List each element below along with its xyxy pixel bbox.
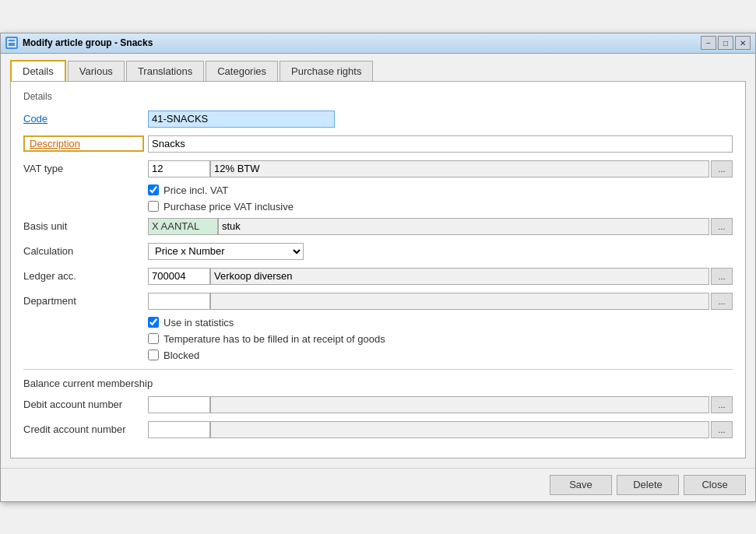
code-row: Code xyxy=(23,110,733,128)
use-in-statistics-row: Use in statistics xyxy=(23,317,733,328)
ledger-code-input[interactable] xyxy=(148,268,210,285)
tab-bar: Details Various Translations Categories … xyxy=(10,60,746,81)
main-window: Modify article group - Snacks − □ ✕ Deta… xyxy=(0,33,756,502)
window-title: Modify article group - Snacks xyxy=(23,37,696,48)
department-fields: ... xyxy=(148,293,733,310)
basis-unit-fields: ... xyxy=(148,218,733,235)
department-browse-button[interactable]: ... xyxy=(711,293,733,310)
code-label[interactable]: Code xyxy=(23,113,148,125)
temperature-checkbox[interactable] xyxy=(148,333,159,344)
basis-unit-code-input[interactable] xyxy=(148,218,218,235)
credit-account-row: Credit account number ... xyxy=(23,420,733,439)
ledger-acc-row: Ledger acc. ... xyxy=(23,267,733,286)
basis-unit-row: Basis unit ... xyxy=(23,217,733,236)
section-divider xyxy=(23,369,733,370)
blocked-checkbox[interactable] xyxy=(148,350,159,360)
temperature-label: Temperature has to be filled in at recei… xyxy=(164,333,385,345)
department-name-input[interactable] xyxy=(210,293,709,310)
price-incl-vat-checkbox[interactable] xyxy=(148,184,159,195)
footer: Save Delete Close xyxy=(1,468,755,501)
window-controls: − □ ✕ xyxy=(701,36,751,50)
close-window-button[interactable]: ✕ xyxy=(735,36,751,50)
ledger-browse-button[interactable]: ... xyxy=(711,268,733,285)
vat-name-input[interactable] xyxy=(210,160,709,177)
blocked-row: Blocked xyxy=(23,350,733,361)
ledger-acc-label: Ledger acc. xyxy=(23,270,148,282)
calculation-select[interactable]: Price x Number Fixed price Per unit xyxy=(148,243,304,260)
tab-categories[interactable]: Categories xyxy=(206,61,278,82)
vat-type-label: VAT type xyxy=(23,163,148,174)
debit-account-label: Debit account number xyxy=(23,399,148,410)
ledger-acc-fields: ... xyxy=(148,268,733,285)
credit-account-label: Credit account number xyxy=(23,423,148,435)
vat-code-input[interactable] xyxy=(148,160,210,177)
calculation-label: Calculation xyxy=(23,245,148,257)
restore-button[interactable]: □ xyxy=(718,36,733,50)
minimize-button[interactable]: − xyxy=(701,36,716,50)
price-incl-vat-row: Price incl. VAT xyxy=(23,184,733,196)
debit-account-fields: ... xyxy=(148,396,733,413)
vat-type-browse-button[interactable]: ... xyxy=(711,160,733,177)
vat-type-fields: ... xyxy=(148,160,733,177)
price-incl-vat-label: Price incl. VAT xyxy=(164,184,228,196)
department-code-input[interactable] xyxy=(148,293,210,310)
title-bar: Modify article group - Snacks − □ ✕ xyxy=(1,33,755,54)
department-row: Department ... xyxy=(23,292,733,311)
window-icon xyxy=(5,37,18,49)
svg-rect-0 xyxy=(8,39,16,47)
close-button[interactable]: Close xyxy=(684,475,746,495)
use-in-statistics-label: Use in statistics xyxy=(164,317,234,328)
credit-code-input[interactable] xyxy=(148,421,210,438)
credit-name-input[interactable] xyxy=(210,421,709,438)
use-in-statistics-checkbox[interactable] xyxy=(148,317,159,328)
debit-code-input[interactable] xyxy=(148,396,210,413)
credit-account-fields: ... xyxy=(148,421,733,438)
window-content: Details Various Translations Categories … xyxy=(1,54,755,468)
balance-section-label: Balance current membership xyxy=(23,378,733,389)
temperature-row: Temperature has to be filled in at recei… xyxy=(23,333,733,345)
debit-name-input[interactable] xyxy=(210,396,709,413)
blocked-label: Blocked xyxy=(164,350,199,361)
delete-button[interactable]: Delete xyxy=(617,475,679,495)
basis-unit-label: Basis unit xyxy=(23,220,148,232)
description-label[interactable]: Description xyxy=(23,135,144,152)
tab-various[interactable]: Various xyxy=(68,61,125,82)
purchase-price-vat-label: Purchase price VAT inclusive xyxy=(164,201,294,213)
credit-browse-button[interactable]: ... xyxy=(711,421,733,438)
description-input[interactable] xyxy=(148,135,733,153)
purchase-price-vat-row: Purchase price VAT inclusive xyxy=(23,201,733,213)
basis-unit-name-input[interactable] xyxy=(218,218,709,235)
description-row: Description xyxy=(23,135,733,153)
details-panel: Details Code Description VAT type ... xyxy=(10,81,746,458)
tab-details[interactable]: Details xyxy=(10,60,66,81)
debit-account-row: Debit account number ... xyxy=(23,395,733,414)
tab-purchase-rights[interactable]: Purchase rights xyxy=(280,61,373,82)
code-input[interactable] xyxy=(148,111,335,128)
section-details-label: Details xyxy=(23,91,733,102)
department-label: Department xyxy=(23,295,148,307)
basis-unit-browse-button[interactable]: ... xyxy=(711,218,733,235)
save-button[interactable]: Save xyxy=(550,475,612,495)
calculation-row: Calculation Price x Number Fixed price P… xyxy=(23,242,733,261)
vat-type-row: VAT type ... xyxy=(23,160,733,178)
purchase-price-vat-checkbox[interactable] xyxy=(148,201,159,212)
ledger-name-input[interactable] xyxy=(210,268,709,285)
tab-translations[interactable]: Translations xyxy=(126,61,204,82)
debit-browse-button[interactable]: ... xyxy=(711,396,733,413)
